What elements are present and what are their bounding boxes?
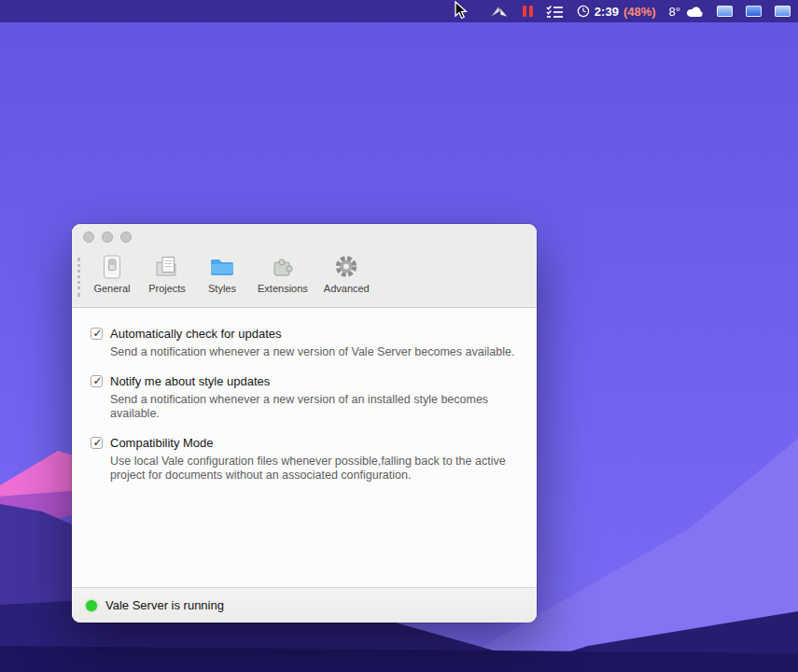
general-settings-pane: Automatically check for updates Send a n…	[72, 309, 537, 587]
status-indicator-dot	[86, 600, 97, 611]
tab-advanced[interactable]: Advanced	[320, 252, 373, 294]
advanced-icon	[333, 254, 359, 280]
tab-extensions[interactable]: Extensions	[254, 252, 312, 294]
tab-general[interactable]: General	[89, 252, 135, 294]
preferences-toolbar: General Projects	[72, 250, 537, 308]
setting-compatibility-mode: Compatibility Mode Use local Vale config…	[91, 436, 518, 483]
temperature-label: 8°	[669, 5, 680, 19]
status-bar: Vale Server is running	[72, 587, 537, 623]
mouse-cursor	[455, 1, 468, 20]
tab-projects-label: Projects	[148, 283, 186, 294]
style-updates-label: Notify me about style updates	[110, 374, 270, 388]
styles-icon	[209, 254, 235, 280]
preferences-window: General Projects	[72, 224, 537, 623]
auto-updates-checkbox[interactable]	[91, 328, 103, 340]
compatibility-mode-description: Use local Vale configuration files whene…	[110, 455, 518, 483]
setting-style-updates: Notify me about style updates Send a not…	[91, 374, 518, 421]
setting-auto-updates: Automatically check for updates Send a n…	[91, 327, 518, 359]
zoom-button[interactable]	[120, 231, 132, 243]
menu-bar-time: 2:39	[595, 5, 619, 19]
status-text: Vale Server is running	[105, 598, 224, 612]
weather-cloud-icon	[685, 5, 704, 18]
weather-status[interactable]: 8°	[669, 0, 704, 22]
tab-general-label: General	[93, 283, 130, 294]
menu-bar: 2:39 (48%) 8°	[0, 0, 798, 22]
tab-styles[interactable]: Styles	[199, 252, 245, 294]
battery-percent: (48%)	[623, 5, 656, 19]
desktop: 2:39 (48%) 8°	[0, 0, 798, 672]
general-icon	[99, 254, 125, 280]
clock-icon	[577, 5, 590, 18]
display-icon[interactable]	[717, 0, 733, 22]
titlebar[interactable]	[72, 224, 537, 250]
app-icon[interactable]	[489, 0, 510, 22]
close-button[interactable]	[83, 231, 94, 243]
tab-projects[interactable]: Projects	[144, 252, 190, 294]
auto-updates-description: Send a notification whenever a new versi…	[110, 345, 518, 359]
tasks-icon[interactable]	[546, 0, 564, 22]
toolbar-overflow-handle	[77, 258, 80, 297]
style-updates-description: Send a notification whenever a new versi…	[110, 393, 518, 421]
pause-icon[interactable]	[523, 0, 533, 22]
window-header: General Projects	[72, 224, 537, 308]
compatibility-mode-checkbox[interactable]	[91, 437, 103, 449]
tab-advanced-label: Advanced	[324, 283, 370, 294]
minimize-button[interactable]	[102, 231, 113, 243]
auto-updates-label: Automatically check for updates	[110, 327, 282, 341]
extra-status-icon[interactable]	[775, 0, 791, 22]
style-updates-checkbox[interactable]	[91, 375, 103, 387]
clock-status[interactable]: 2:39 (48%)	[577, 0, 656, 22]
extensions-icon	[270, 254, 296, 280]
tab-styles-label: Styles	[208, 283, 236, 294]
tab-extensions-label: Extensions	[258, 283, 308, 294]
compatibility-mode-label: Compatibility Mode	[110, 436, 214, 450]
keyboard-icon[interactable]	[746, 0, 762, 22]
projects-icon	[154, 254, 180, 280]
